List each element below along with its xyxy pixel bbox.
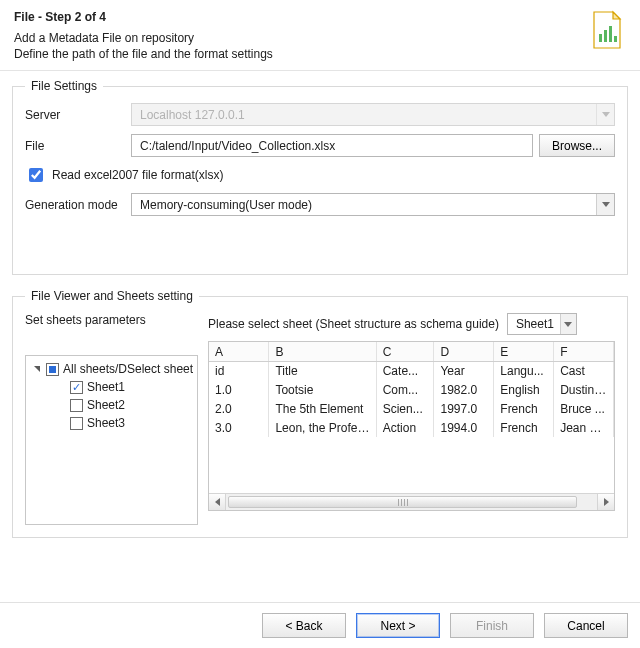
xlsx-format-checkbox[interactable] <box>29 168 43 182</box>
triangle-left-icon <box>215 498 220 506</box>
grid-cell: 1982.0 <box>434 380 494 399</box>
grid-cell: Cate... <box>376 361 434 380</box>
grid-header-row: A B C D E F <box>209 342 613 361</box>
grip-icon <box>398 499 408 506</box>
cancel-button[interactable]: Cancel <box>544 613 628 638</box>
grid-cell: Jean R... <box>554 418 614 437</box>
page-subtitle-1: Add a Metadata File on repository <box>14 30 626 46</box>
grid-col-header[interactable]: B <box>269 342 376 361</box>
table-row[interactable]: 3.0Leon, the Profes...Action1994.0French… <box>209 418 613 437</box>
grid-cell: 1994.0 <box>434 418 494 437</box>
grid-cell: French <box>494 399 554 418</box>
back-button[interactable]: < Back <box>262 613 346 638</box>
grid-cell: Cast <box>554 361 614 380</box>
sheet-checkbox[interactable] <box>70 399 83 412</box>
grid-cell: Tootsie <box>269 380 376 399</box>
sheet-name: Sheet3 <box>87 416 125 430</box>
file-viewer-group: File Viewer and Sheets setting Set sheet… <box>12 289 628 538</box>
file-settings-legend: File Settings <box>25 79 103 93</box>
generation-mode-combo[interactable]: Memory-consuming(User mode) <box>131 193 615 216</box>
server-value: Localhost 127.0.0.1 <box>131 103 615 126</box>
select-sheet-label: Please select sheet (Sheet structure as … <box>208 317 499 331</box>
grid-col-header[interactable]: F <box>554 342 614 361</box>
grid-cell: Dustin ... <box>554 380 614 399</box>
file-settings-group: File Settings Server Localhost 127.0.0.1… <box>12 79 628 275</box>
grid-cell: Title <box>269 361 376 380</box>
tree-root-checkbox[interactable] <box>46 363 59 376</box>
grid-cell: Leon, the Profes... <box>269 418 376 437</box>
grid-cell: 2.0 <box>209 399 269 418</box>
chevron-down-icon[interactable] <box>596 194 614 215</box>
tree-sheet-row[interactable]: ✓ Sheet1 <box>30 378 193 396</box>
file-path-input[interactable] <box>131 134 533 157</box>
tree-root-row[interactable]: All sheets/DSelect sheet <box>30 360 193 378</box>
scroll-right-button[interactable] <box>597 494 614 510</box>
table-row[interactable]: 2.0The 5th ElementScien...1997.0FrenchBr… <box>209 399 613 418</box>
tree-collapse-icon[interactable] <box>32 366 42 372</box>
grid-cell: Action <box>376 418 434 437</box>
file-label: File <box>25 139 125 153</box>
file-viewer-legend: File Viewer and Sheets setting <box>25 289 199 303</box>
grid-cell: Scien... <box>376 399 434 418</box>
grid-col-header[interactable]: E <box>494 342 554 361</box>
triangle-right-icon <box>604 498 609 506</box>
grid-col-header[interactable]: C <box>376 342 434 361</box>
grid-col-header[interactable]: A <box>209 342 269 361</box>
wizard-footer: < Back Next > Finish Cancel <box>0 602 640 648</box>
grid-cell: 1.0 <box>209 380 269 399</box>
grid-cell: Bruce ... <box>554 399 614 418</box>
scroll-thumb[interactable] <box>228 496 577 508</box>
svg-rect-3 <box>614 36 617 42</box>
sheet-name: Sheet1 <box>87 380 125 394</box>
metadata-file-icon <box>586 10 626 50</box>
preview-grid: A B C D E F idTitleCate...YearLangu...Ca… <box>208 341 615 511</box>
tree-sheet-row[interactable]: Sheet2 <box>30 396 193 414</box>
set-sheets-label: Set sheets parameters <box>25 313 198 327</box>
grid-col-header[interactable]: D <box>434 342 494 361</box>
next-button[interactable]: Next > <box>356 613 440 638</box>
tree-root-label: All sheets/DSelect sheet <box>63 362 193 376</box>
wizard-header: File - Step 2 of 4 Add a Metadata File o… <box>0 0 640 70</box>
grid-cell: Langu... <box>494 361 554 380</box>
sheets-tree[interactable]: All sheets/DSelect sheet ✓ Sheet1 Sheet2… <box>25 355 198 525</box>
server-combo: Localhost 127.0.0.1 <box>131 103 615 126</box>
svg-rect-0 <box>599 34 602 42</box>
xlsx-format-label: Read excel2007 file format(xlsx) <box>52 168 223 182</box>
chevron-down-icon <box>596 104 614 125</box>
grid-cell: English <box>494 380 554 399</box>
scroll-track[interactable] <box>226 494 597 510</box>
sheet-checkbox[interactable] <box>70 417 83 430</box>
finish-button: Finish <box>450 613 534 638</box>
grid-cell: Com... <box>376 380 434 399</box>
sheet-checkbox[interactable]: ✓ <box>70 381 83 394</box>
table-row[interactable]: 1.0TootsieCom...1982.0EnglishDustin ... <box>209 380 613 399</box>
grid-cell: The 5th Element <box>269 399 376 418</box>
horizontal-scrollbar[interactable] <box>209 493 614 510</box>
svg-rect-1 <box>604 30 607 42</box>
sheet-select-combo[interactable]: Sheet1 <box>507 313 577 335</box>
sheet-name: Sheet2 <box>87 398 125 412</box>
grid-cell: Year <box>434 361 494 380</box>
table-row[interactable]: idTitleCate...YearLangu...Cast <box>209 361 613 380</box>
browse-button[interactable]: Browse... <box>539 134 615 157</box>
tree-sheet-row[interactable]: Sheet3 <box>30 414 193 432</box>
grid-cell: 3.0 <box>209 418 269 437</box>
grid-cell: id <box>209 361 269 380</box>
generation-mode-value: Memory-consuming(User mode) <box>131 193 615 216</box>
generation-mode-label: Generation mode <box>25 198 125 212</box>
grid-cell: French <box>494 418 554 437</box>
grid-cell: 1997.0 <box>434 399 494 418</box>
page-title: File - Step 2 of 4 <box>14 10 626 24</box>
page-subtitle-2: Define the path of the file and the form… <box>14 46 626 62</box>
chevron-down-icon[interactable] <box>560 314 576 334</box>
svg-rect-2 <box>609 26 612 42</box>
scroll-left-button[interactable] <box>209 494 226 510</box>
server-label: Server <box>25 108 125 122</box>
